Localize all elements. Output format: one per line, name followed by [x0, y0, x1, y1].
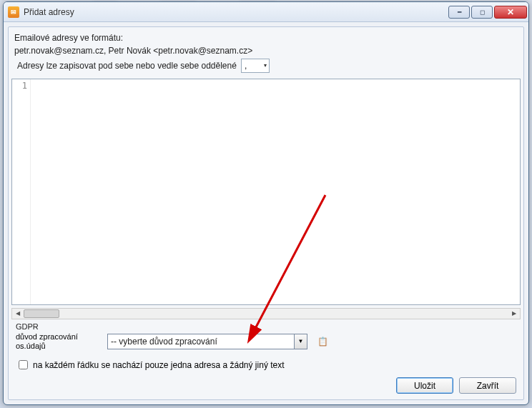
close-window-button[interactable]: ✕ [494, 6, 527, 19]
single-address-row: na každém řádku se nachází pouze jedna a… [11, 355, 521, 374]
single-address-label: na každém řádku se nachází pouze jedna a… [33, 360, 285, 370]
gdpr-reason-value: -- vyberte důvod zpracování [108, 337, 294, 347]
scroll-right-icon[interactable]: ▶ [508, 309, 520, 319]
separator-value: , [245, 59, 247, 72]
gdpr-reason-label: důvod zpracování os.údajů [16, 332, 102, 351]
save-button[interactable]: Uložit [396, 377, 453, 394]
gdpr-group: GDPR důvod zpracování os.údajů -- vybert… [11, 321, 521, 355]
dialog-window: ✉ Přidat adresy ━ ◻ ✕ Emailové adresy ve… [3, 1, 529, 405]
scroll-left-icon[interactable]: ◀ [12, 309, 24, 319]
address-textarea[interactable] [31, 79, 520, 304]
horizontal-scrollbar[interactable]: ◀ ▶ [11, 308, 521, 319]
line-gutter: 1 [12, 79, 31, 304]
close-button[interactable]: Zavřít [459, 377, 516, 394]
app-icon: ✉ [8, 6, 19, 18]
help-line-3: Adresy lze zapisovat pod sebe nebo vedle… [17, 59, 237, 72]
help-line-2: petr.novak@seznam.cz, Petr Novák <petr.n… [14, 44, 518, 57]
maximize-button[interactable]: ◻ [471, 6, 493, 19]
line-number: 1 [12, 81, 27, 91]
separator-select[interactable]: , [241, 59, 270, 73]
help-text: Emailové adresy ve formátu: petr.novak@s… [11, 30, 521, 76]
minimize-button[interactable]: ━ [448, 6, 470, 19]
dialog-content: Emailové adresy ve formátu: petr.novak@s… [8, 26, 524, 400]
chevron-down-icon[interactable]: ▼ [294, 334, 307, 349]
titlebar[interactable]: ✉ Přidat adresy ━ ◻ ✕ [4, 2, 528, 22]
window-controls: ━ ◻ ✕ [447, 6, 527, 19]
gdpr-reason-combobox[interactable]: -- vyberte důvod zpracování ▼ [107, 334, 307, 349]
single-address-checkbox[interactable] [19, 360, 28, 369]
help-line-1: Emailové adresy ve formátu: [14, 31, 518, 44]
copy-icon[interactable]: 📋 [316, 335, 329, 348]
address-editor: 1 [11, 79, 521, 305]
scroll-thumb[interactable] [24, 309, 59, 318]
window-title: Přidat adresy [24, 7, 447, 17]
gdpr-legend: GDPR [16, 322, 516, 331]
dialog-buttons: Uložit Zavřít [11, 374, 521, 395]
